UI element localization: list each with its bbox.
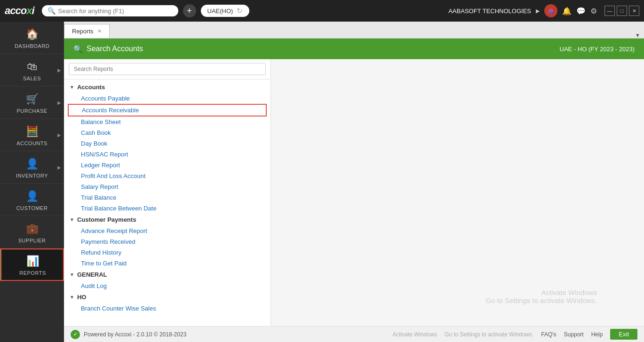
- tree-item-profit-loss[interactable]: Profit And Loss Account: [64, 171, 270, 181]
- tree-item-accounts-receivable[interactable]: Accounts Receivable: [68, 104, 267, 117]
- notifications-icon[interactable]: 🔔: [562, 7, 572, 16]
- sidebar-item-sales[interactable]: 🛍 SALES ▶: [0, 54, 64, 86]
- tree-section-accounts-label: Accounts: [77, 84, 105, 91]
- inventory-icon: 👤: [26, 158, 39, 170]
- tab-dropdown-button[interactable]: ▼: [635, 32, 640, 38]
- tree-item-accounts-payable[interactable]: Accounts Payable: [64, 93, 270, 104]
- tree-item-time-to-get-paid[interactable]: Time to Get Paid: [64, 258, 270, 269]
- tree-section-general: ▼ GENERAL Audit Log: [64, 269, 270, 291]
- tree-header-general[interactable]: ▼ GENERAL: [64, 269, 270, 280]
- sidebar-label-accounts: ACCOUNTS: [16, 140, 48, 146]
- company-arrow-icon: ▶: [536, 8, 540, 14]
- tree-item-day-book[interactable]: Day Book: [64, 138, 270, 149]
- tree-section-customer-payments-label: Customer Payments: [77, 216, 136, 223]
- supplier-icon: 💼: [26, 223, 39, 235]
- sidebar-item-inventory[interactable]: 👤 INVENTORY ▶: [0, 151, 64, 184]
- maximize-button[interactable]: □: [617, 6, 627, 16]
- reports-title: 🔍 Search Accounts: [73, 45, 143, 54]
- sales-icon: 🛍: [27, 61, 37, 73]
- sidebar: 🏠 DASHBOARD 🛍 SALES ▶ 🛒 PURCHASE ▶ 🧮 ACC…: [0, 22, 64, 342]
- tab-bar: Reports ✕ ▼: [64, 22, 644, 39]
- messages-icon[interactable]: 💬: [576, 7, 586, 16]
- tree-item-trial-balance[interactable]: Trial Balance: [64, 192, 270, 203]
- sidebar-item-dashboard[interactable]: 🏠 DASHBOARD: [0, 22, 64, 54]
- ho-collapse-icon: ▼: [70, 295, 74, 300]
- activate-windows-subtext: Go to Settings to activate Windows.: [445, 331, 533, 338]
- settings-icon[interactable]: ⚙: [590, 7, 597, 16]
- search-reports-container[interactable]: [64, 59, 270, 79]
- activate-windows-watermark: Activate Windows Go to Settings to activ…: [485, 288, 597, 304]
- tab-close-button[interactable]: ✕: [97, 28, 102, 34]
- sidebar-item-supplier[interactable]: 💼 SUPPLIER: [0, 216, 64, 249]
- tree-section-ho: ▼ HO Branch Counter Wise Sales: [64, 291, 270, 314]
- refresh-button[interactable]: ↻: [237, 7, 243, 15]
- tree-section-accounts: ▼ Accounts Accounts Payable Accounts Rec…: [64, 81, 270, 214]
- tree-item-trial-balance-between[interactable]: Trial Balance Between Date: [64, 203, 270, 214]
- tree-item-branch-counter-sales[interactable]: Branch Counter Wise Sales: [64, 303, 270, 314]
- branch-selector[interactable]: UAE(HO) ↻: [201, 5, 250, 17]
- add-button[interactable]: +: [183, 4, 196, 17]
- tree-section-general-label: GENERAL: [77, 271, 107, 278]
- activate-sub: Go to Settings to activate Windows.: [485, 296, 597, 304]
- customer-payments-collapse-icon: ▼: [70, 217, 74, 222]
- bottom-bar: ✓ Powered by Accoxi - 2.0.10 © 2018-2023…: [64, 326, 644, 342]
- sidebar-label-supplier: SUPPLIER: [18, 238, 46, 243]
- reports-page: 🔍 Search Accounts UAE - HO (FY 2023 - 20…: [64, 39, 644, 326]
- global-search-bar[interactable]: 🔍: [42, 5, 178, 16]
- reports-body: ▼ Accounts Accounts Payable Accounts Rec…: [64, 59, 644, 326]
- accounts-collapse-icon: ▼: [70, 85, 74, 90]
- tree-item-payments-received[interactable]: Payments Received: [64, 236, 270, 247]
- accounts-icon: 🧮: [26, 125, 39, 138]
- tree-section-ho-label: HO: [77, 294, 87, 301]
- sales-arrow-icon: ▶: [57, 68, 61, 73]
- general-collapse-icon: ▼: [70, 272, 74, 277]
- bottom-right: Activate Windows Go to Settings to activ…: [392, 329, 637, 340]
- faq-link[interactable]: FAQ's: [541, 331, 556, 338]
- activate-text: Activate Windows: [485, 288, 597, 296]
- tree-item-salary-report[interactable]: Salary Report: [64, 181, 270, 192]
- sidebar-item-reports[interactable]: 📊 REPORTS: [0, 249, 64, 281]
- sidebar-item-accounts[interactable]: 🧮 ACCOUNTS ▶: [0, 119, 64, 151]
- support-link[interactable]: Support: [564, 331, 584, 338]
- purchase-arrow-icon: ▶: [57, 100, 61, 105]
- global-search-input[interactable]: [58, 8, 162, 15]
- exit-button[interactable]: Exit: [610, 329, 637, 340]
- dashboard-icon: 🏠: [26, 28, 39, 40]
- customer-icon: 👤: [26, 190, 39, 202]
- company-name: AABASOFT TECHNOLOGIES: [448, 8, 531, 15]
- help-link[interactable]: Help: [591, 331, 603, 338]
- close-button[interactable]: ✕: [629, 6, 639, 16]
- left-panel: ▼ Accounts Accounts Payable Accounts Rec…: [64, 59, 271, 326]
- tree-item-refund-history[interactable]: Refund History: [64, 247, 270, 258]
- main-layout: 🏠 DASHBOARD 🛍 SALES ▶ 🛒 PURCHASE ▶ 🧮 ACC…: [0, 22, 644, 342]
- search-reports-input[interactable]: [69, 63, 266, 75]
- tree-header-ho[interactable]: ▼ HO: [64, 291, 270, 303]
- purchase-icon: 🛒: [26, 93, 39, 105]
- tab-label: Reports: [72, 28, 94, 35]
- tab-bar-actions: ▼: [635, 32, 644, 38]
- sidebar-label-inventory: INVENTORY: [16, 173, 48, 179]
- tree-item-ledger-report[interactable]: Ledger Report: [64, 160, 270, 171]
- accounts-arrow-icon: ▶: [57, 132, 61, 138]
- search-icon: 🔍: [48, 7, 56, 15]
- powered-icon: ✓: [71, 330, 80, 339]
- tab-reports[interactable]: Reports ✕: [64, 24, 110, 38]
- tree-item-cash-book[interactable]: Cash Book: [64, 127, 270, 138]
- sidebar-label-customer: CUSTOMER: [16, 205, 48, 211]
- tree-item-audit-log[interactable]: Audit Log: [64, 280, 270, 291]
- reports-header-location: UAE - HO (FY 2023 - 2023): [560, 46, 635, 53]
- tree-header-customer-payments[interactable]: ▼ Customer Payments: [64, 214, 270, 225]
- minimize-button[interactable]: —: [604, 6, 615, 16]
- sidebar-item-customer[interactable]: 👤 CUSTOMER: [0, 184, 64, 216]
- tree-header-accounts[interactable]: ▼ Accounts: [64, 81, 270, 93]
- window-controls: — □ ✕: [604, 6, 639, 16]
- sidebar-item-purchase[interactable]: 🛒 PURCHASE ▶: [0, 86, 64, 119]
- tree-item-advance-receipt[interactable]: Advance Receipt Report: [64, 225, 270, 236]
- content-area: Reports ✕ ▼ 🔍 Search Accounts UAE - HO (…: [64, 22, 644, 342]
- sidebar-label-purchase: PURCHASE: [16, 108, 47, 114]
- user-avatar[interactable]: 🍇: [544, 4, 557, 17]
- tree-item-hsn-sac[interactable]: HSN/SAC Report: [64, 149, 270, 160]
- tree-item-balance-sheet[interactable]: Balance Sheet: [64, 117, 270, 127]
- sidebar-label-reports: REPORTS: [19, 270, 46, 276]
- top-right-area: AABASOFT TECHNOLOGIES ▶ 🍇 🔔 💬 ⚙ — □ ✕: [448, 4, 639, 17]
